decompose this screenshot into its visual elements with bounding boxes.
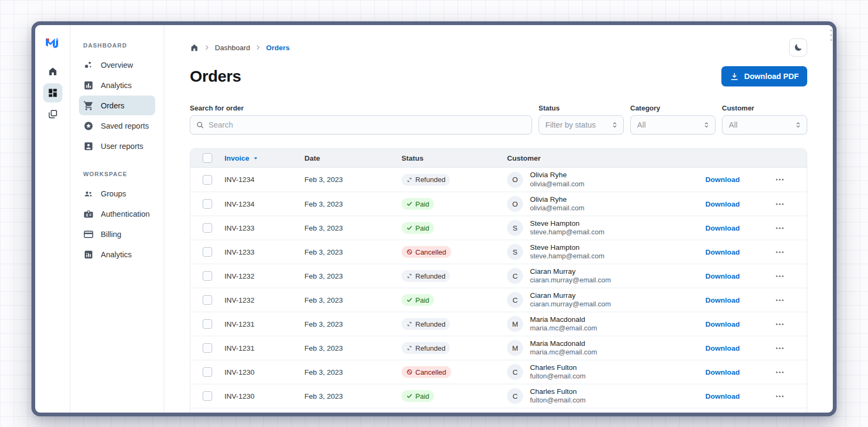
customer-email: steve.hamp@email.com xyxy=(530,228,605,237)
avatar: O xyxy=(507,172,523,188)
row-checkbox[interactable] xyxy=(203,247,212,257)
sidebar-item-overview[interactable]: Overview xyxy=(79,55,155,75)
date-cell: Feb 3, 2023 xyxy=(304,320,401,328)
status-select[interactable]: Filter by status xyxy=(539,115,624,135)
row-checkbox[interactable] xyxy=(203,391,212,401)
customer-email: ciaran.murray@email.com xyxy=(530,300,611,309)
row-menu-button[interactable] xyxy=(775,367,807,377)
sidebar-item-analytics[interactable]: Analytics xyxy=(79,75,155,95)
row-menu-button[interactable] xyxy=(775,343,807,353)
status-badge: Refunded xyxy=(401,318,450,330)
download-link[interactable]: Download xyxy=(705,368,740,376)
customer-email: olivia@email.com xyxy=(530,180,584,189)
table-row: INV-1231 Feb 3, 2023 Refunded M Maria Ma… xyxy=(190,336,807,360)
row-checkbox[interactable] xyxy=(203,199,212,209)
download-link[interactable]: Download xyxy=(705,272,740,280)
sidebar-item-orders[interactable]: Orders xyxy=(79,96,155,115)
scatter-dots-icon xyxy=(83,60,94,70)
breadcrumb-dashboard[interactable]: Dashboard xyxy=(215,44,250,52)
main-content: Dashboard Orders Orders Download PDF Sea… xyxy=(164,25,833,413)
column-header-customer: Customer xyxy=(501,154,705,162)
row-checkbox[interactable] xyxy=(203,367,212,377)
search-input[interactable] xyxy=(208,121,526,129)
row-menu-button[interactable] xyxy=(775,175,807,185)
row-checkbox[interactable] xyxy=(203,343,212,353)
download-link[interactable]: Download xyxy=(705,200,740,208)
block-icon xyxy=(406,249,413,255)
download-link[interactable]: Download xyxy=(705,392,740,400)
customer-email: ciaran.murray@email.com xyxy=(530,276,611,285)
row-menu-button[interactable] xyxy=(775,223,807,233)
row-menu-button[interactable] xyxy=(775,391,807,401)
app-window: DASHBOARD Overview Analytics Orders Save… xyxy=(31,21,837,416)
row-menu-button[interactable] xyxy=(775,295,807,305)
date-cell: Feb 3, 2023 xyxy=(304,176,401,184)
status-badge: Paid xyxy=(401,294,434,306)
search-group: Search for order xyxy=(190,104,532,135)
avatar xyxy=(507,412,523,416)
download-link[interactable]: Download xyxy=(705,224,740,232)
row-checkbox[interactable] xyxy=(203,223,212,233)
sidebar-item-saved-reports[interactable]: Saved reports xyxy=(79,116,155,136)
autorenew-icon xyxy=(406,345,413,351)
category-select[interactable]: All xyxy=(630,115,716,135)
invoice-cell: INV-1230 xyxy=(224,392,304,400)
page-header: Orders Download PDF xyxy=(190,65,807,88)
invoice-cell: INV-1231 xyxy=(224,344,304,352)
customer-email: fulton@email.com xyxy=(530,372,585,381)
sidebar-item-user-reports[interactable]: User reports xyxy=(79,136,155,156)
table-row-clipped xyxy=(190,408,807,416)
unfold-more-icon xyxy=(610,121,619,129)
sidebar-item-label: Groups xyxy=(101,189,126,198)
status-cell: Refunded xyxy=(401,174,501,186)
download-link[interactable]: Download xyxy=(705,320,740,328)
row-checkbox[interactable] xyxy=(203,415,212,416)
select-all-checkbox[interactable] xyxy=(203,153,212,163)
rail-button-stacked-pages[interactable] xyxy=(43,105,62,124)
row-menu-button[interactable] xyxy=(775,319,807,329)
avatar: M xyxy=(507,340,523,356)
invoice-cell: INV-1233 xyxy=(224,248,304,256)
sort-caret-down-icon xyxy=(252,154,260,162)
date-cell: Feb 3, 2023 xyxy=(304,392,401,400)
sidebar-item-authentication[interactable]: Authentication xyxy=(79,204,155,224)
ellipsis-icon xyxy=(775,223,785,233)
customer-name: Olivia Ryhe xyxy=(530,195,584,204)
window-scroll-dots[interactable] xyxy=(830,29,832,41)
date-cell: Feb 3, 2023 xyxy=(304,272,401,280)
row-checkbox[interactable] xyxy=(203,319,212,329)
row-checkbox[interactable] xyxy=(203,175,212,185)
sidebar-item-groups[interactable]: Groups xyxy=(79,184,155,203)
home-icon[interactable] xyxy=(190,43,199,52)
sidebar-item-analytics[interactable]: Analytics xyxy=(79,244,155,264)
row-checkbox[interactable] xyxy=(203,295,212,305)
download-link[interactable]: Download xyxy=(705,344,740,352)
row-menu-button[interactable] xyxy=(775,271,807,281)
breadcrumb-orders: Orders xyxy=(266,44,290,52)
download-pdf-button[interactable]: Download PDF xyxy=(721,66,807,86)
download-icon xyxy=(730,72,739,81)
column-header-status: Status xyxy=(401,154,501,162)
row-checkbox[interactable] xyxy=(203,271,212,281)
column-header-invoice[interactable]: Invoice xyxy=(224,154,304,162)
rail-button-dashboard[interactable] xyxy=(43,83,62,102)
search-input-wrap[interactable] xyxy=(190,115,532,135)
download-link[interactable]: Download xyxy=(705,176,740,184)
customer-email: steve.hamp@email.com xyxy=(530,252,605,261)
customer-name: Charles Fulton xyxy=(530,387,585,397)
customer-select[interactable]: All xyxy=(722,115,807,135)
download-link[interactable]: Download xyxy=(705,296,740,304)
download-link[interactable]: Download xyxy=(705,248,740,256)
row-menu-button[interactable] xyxy=(775,199,807,209)
sidebar-item-label: Orders xyxy=(101,101,124,110)
rail-button-home[interactable] xyxy=(43,62,62,81)
dark-mode-toggle[interactable] xyxy=(789,38,807,57)
category-filter-label: Category xyxy=(630,104,716,112)
status-filter-group: Status Filter by status xyxy=(539,104,624,135)
customer-email: olivia@email.com xyxy=(530,204,584,213)
sidebar-item-billing[interactable]: Billing xyxy=(79,224,155,244)
status-filter-label: Status xyxy=(539,104,624,112)
row-menu-button[interactable] xyxy=(775,247,807,257)
sidebar-section: DASHBOARD Overview Analytics Orders Save… xyxy=(79,42,155,156)
sidebar-section-label: DASHBOARD xyxy=(83,42,155,49)
